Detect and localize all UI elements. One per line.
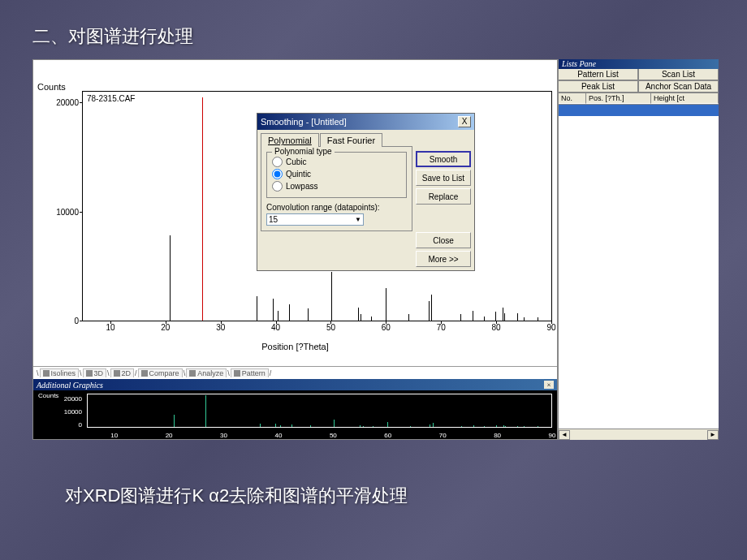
convolution-select[interactable]: 15 ▼ bbox=[266, 213, 364, 226]
slide-caption: 对XRD图谱进行K α2去除和图谱的平滑处理 bbox=[65, 484, 408, 508]
col-height[interactable]: Height [ct bbox=[651, 93, 719, 104]
tab-scan-list[interactable]: Scan List bbox=[638, 69, 719, 80]
replace-button[interactable]: Replace bbox=[416, 188, 471, 205]
xrd-chart-area[interactable]: Counts 78-2315.CAF 010000200001020304050… bbox=[33, 60, 557, 366]
dialog-title: Smoothing - [Untitled] bbox=[261, 117, 458, 127]
horizontal-scrollbar[interactable]: ◄ ► bbox=[559, 429, 719, 440]
pattern-icon bbox=[234, 370, 240, 377]
save-to-list-button[interactable]: Save to List bbox=[416, 170, 471, 186]
lists-pane-title: Lists Pane bbox=[559, 59, 719, 69]
isolines-icon bbox=[43, 370, 50, 377]
tab-fast-fourier[interactable]: Fast Fourier bbox=[320, 133, 382, 147]
slide-title: 二、对图谱进行处理 bbox=[32, 24, 193, 49]
close-icon[interactable]: × bbox=[544, 381, 554, 389]
analyze-icon bbox=[189, 370, 196, 377]
view-tab-strip: \ Isolines \ 3D \ 2D / Compare \ Analyze… bbox=[33, 366, 557, 379]
compare-icon bbox=[141, 370, 148, 377]
smooth-button[interactable]: Smooth bbox=[416, 151, 471, 167]
smoothing-dialog: Smoothing - [Untitled] X Polynomial Fast… bbox=[257, 113, 475, 271]
x-axis-label: Position [?Theta] bbox=[261, 342, 329, 351]
y-axis-label: Counts bbox=[37, 82, 66, 92]
polynomial-type-group: Polynomial type Cubic Quintic Lowpass bbox=[266, 152, 407, 198]
tab-polynomial[interactable]: Polynomial bbox=[261, 133, 319, 147]
lists-pane: Lists Pane Pattern List Scan List Peak L… bbox=[558, 59, 719, 440]
additional-graphics-chart[interactable]: Counts 01000020000102030405060708090 bbox=[33, 390, 557, 439]
list-body[interactable]: ◄ ► bbox=[559, 105, 719, 440]
tab-pattern-list[interactable]: Pattern List bbox=[559, 69, 638, 80]
tab-2d[interactable]: 2D bbox=[110, 368, 135, 377]
scroll-right-icon[interactable]: ► bbox=[707, 430, 719, 440]
close-icon[interactable]: X bbox=[458, 116, 471, 127]
close-button[interactable]: Close bbox=[416, 232, 471, 248]
dialog-titlebar[interactable]: Smoothing - [Untitled] X bbox=[257, 114, 474, 130]
convolution-label: Convolution range (datapoints): bbox=[266, 203, 407, 212]
col-no[interactable]: No. bbox=[559, 93, 586, 104]
radio-cubic[interactable]: Cubic bbox=[272, 156, 401, 168]
more-button[interactable]: More >> bbox=[416, 251, 471, 267]
tab-peak-list[interactable]: Peak List bbox=[559, 81, 638, 93]
tab-analyze[interactable]: Analyze bbox=[186, 368, 227, 377]
cube-icon bbox=[86, 370, 93, 377]
tab-compare[interactable]: Compare bbox=[138, 368, 183, 377]
series-label: 78-2315.CAF bbox=[87, 94, 135, 103]
tab-anchor-scan-data[interactable]: Anchor Scan Data bbox=[638, 81, 719, 93]
tab-pattern[interactable]: Pattern bbox=[231, 368, 269, 377]
chart-icon bbox=[114, 370, 120, 377]
screenshot-window: Counts 78-2315.CAF 010000200001020304050… bbox=[32, 59, 719, 440]
table-row[interactable] bbox=[559, 105, 719, 116]
col-pos[interactable]: Pos. [?Th.] bbox=[586, 93, 651, 104]
main-panel: Counts 78-2315.CAF 010000200001020304050… bbox=[32, 59, 558, 440]
radio-quintic[interactable]: Quintic bbox=[272, 168, 401, 180]
list-header: No. Pos. [?Th.] Height [ct bbox=[559, 93, 719, 105]
scroll-left-icon[interactable]: ◄ bbox=[559, 430, 570, 440]
additional-graphics-titlebar[interactable]: Additional Graphics × bbox=[33, 379, 557, 390]
tab-3d[interactable]: 3D bbox=[83, 368, 107, 377]
radio-lowpass[interactable]: Lowpass bbox=[272, 180, 401, 192]
tab-isolines[interactable]: Isolines bbox=[40, 368, 80, 377]
chevron-down-icon: ▼ bbox=[355, 216, 361, 223]
